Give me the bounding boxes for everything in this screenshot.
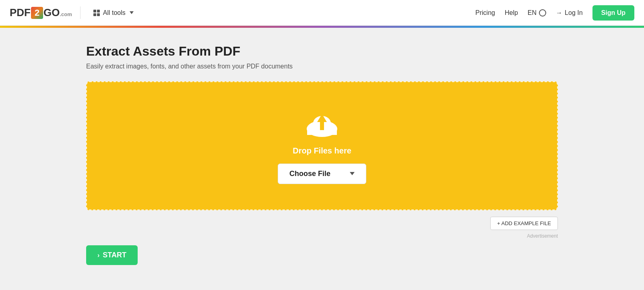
start-arrow-icon: ›: [97, 252, 99, 259]
choose-file-button[interactable]: Choose File: [278, 164, 366, 184]
cloud-svg: [304, 108, 340, 138]
pricing-link[interactable]: Pricing: [475, 9, 495, 17]
add-example-button[interactable]: + ADD EXAMPLE FILE: [490, 217, 558, 230]
start-button[interactable]: › START: [86, 245, 138, 265]
logo: PDF 2 GO .com: [10, 6, 72, 19]
drop-text: Drop Files here: [293, 146, 351, 155]
header: PDF 2 GO .com All tools Pricing Help EN …: [0, 0, 644, 26]
logo-pdf: PDF: [10, 6, 31, 19]
logo-go: GO: [43, 6, 60, 19]
logo-dot: .com: [60, 11, 72, 17]
ad-label: Advertisement: [86, 233, 558, 239]
language-button[interactable]: EN: [528, 9, 546, 17]
page-title: Extract Assets From PDF: [86, 44, 558, 59]
add-example-label: + ADD EXAMPLE FILE: [497, 220, 551, 226]
signup-button[interactable]: Sign Up: [592, 5, 634, 21]
login-arrow-icon: →: [556, 9, 562, 17]
actions-row: + ADD EXAMPLE FILE: [86, 217, 558, 230]
choose-file-label: Choose File: [289, 170, 330, 178]
chevron-down-icon: [130, 11, 134, 14]
logo-two: 2: [31, 7, 43, 19]
start-label: START: [103, 251, 126, 259]
help-link[interactable]: Help: [505, 9, 518, 17]
login-label: Log In: [565, 9, 582, 17]
chevron-down-icon: [350, 172, 355, 175]
cloud-upload-icon: [304, 108, 340, 138]
globe-icon: [539, 9, 546, 17]
drop-zone[interactable]: Drop Files here Choose File: [86, 81, 558, 210]
all-tools-button[interactable]: All tools: [89, 6, 138, 20]
signup-label: Sign Up: [601, 9, 625, 16]
all-tools-label: All tools: [103, 9, 126, 17]
header-right: Pricing Help EN → Log In Sign Up: [475, 5, 634, 21]
grid-icon: [93, 10, 100, 16]
main-content: Extract Assets From PDF Easily extract i…: [76, 28, 568, 281]
logo-wrapper: PDF 2 GO .com: [10, 6, 80, 19]
page-subtitle: Easily extract images, fonts, and other …: [86, 63, 558, 70]
login-button[interactable]: → Log In: [556, 9, 582, 17]
header-left: PDF 2 GO .com All tools: [10, 6, 138, 20]
lang-label: EN: [528, 9, 537, 17]
